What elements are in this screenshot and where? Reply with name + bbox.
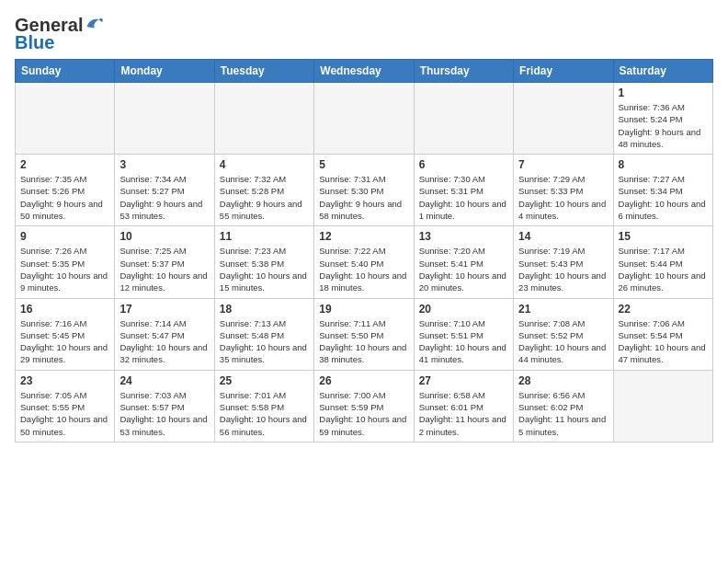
day-info: Sunrise: 7:11 AMSunset: 5:50 PMDaylight:… (319, 317, 408, 366)
day-info: Sunrise: 7:32 AMSunset: 5:28 PMDaylight:… (220, 173, 309, 222)
day-number: 25 (220, 374, 309, 387)
weekday-header: Saturday (613, 60, 712, 83)
day-info: Sunrise: 7:22 AMSunset: 5:40 PMDaylight:… (319, 245, 408, 293)
day-info: Sunrise: 7:01 AMSunset: 5:58 PMDaylight:… (220, 389, 309, 438)
day-info: Sunrise: 7:00 AMSunset: 5:59 PMDaylight:… (319, 389, 408, 438)
day-number: 17 (119, 303, 209, 316)
day-number: 5 (319, 158, 408, 171)
day-info: Sunrise: 7:16 AMSunset: 5:45 PMDaylight:… (20, 317, 109, 366)
calendar-day-cell: 14Sunrise: 7:19 AMSunset: 5:43 PMDayligh… (514, 226, 613, 298)
day-number: 9 (20, 230, 109, 243)
calendar-day-cell: 10Sunrise: 7:25 AMSunset: 5:37 PMDayligh… (115, 226, 214, 298)
calendar-week-row: 2Sunrise: 7:35 AMSunset: 5:26 PMDaylight… (16, 155, 713, 226)
day-info: Sunrise: 7:17 AMSunset: 5:44 PMDaylight:… (619, 245, 708, 293)
calendar-day-cell (16, 83, 115, 155)
day-info: Sunrise: 7:26 AMSunset: 5:35 PMDaylight:… (20, 245, 109, 293)
day-info: Sunrise: 7:14 AMSunset: 5:47 PMDaylight:… (119, 317, 209, 366)
day-info: Sunrise: 7:05 AMSunset: 5:55 PMDaylight:… (20, 389, 109, 438)
day-number: 26 (319, 374, 408, 387)
day-info: Sunrise: 7:36 AMSunset: 5:24 PMDaylight:… (619, 101, 708, 150)
day-number: 19 (319, 303, 408, 316)
calendar-day-cell: 18Sunrise: 7:13 AMSunset: 5:48 PMDayligh… (214, 298, 313, 370)
day-number: 11 (220, 230, 309, 243)
calendar-day-cell (314, 83, 414, 155)
calendar-day-cell: 19Sunrise: 7:11 AMSunset: 5:50 PMDayligh… (314, 298, 414, 370)
calendar-day-cell: 24Sunrise: 7:03 AMSunset: 5:57 PMDayligh… (115, 370, 214, 442)
day-number: 27 (419, 374, 508, 387)
day-number: 8 (619, 158, 708, 171)
logo-blue-text: Blue (15, 32, 54, 53)
header: General Blue (15, 15, 713, 53)
day-info: Sunrise: 6:58 AMSunset: 6:01 PMDaylight:… (419, 389, 508, 438)
calendar-day-cell: 7Sunrise: 7:29 AMSunset: 5:33 PMDaylight… (514, 155, 613, 226)
calendar-day-cell: 8Sunrise: 7:27 AMSunset: 5:34 PMDaylight… (613, 155, 712, 226)
calendar-day-cell: 4Sunrise: 7:32 AMSunset: 5:28 PMDaylight… (214, 155, 313, 226)
calendar-day-cell: 20Sunrise: 7:10 AMSunset: 5:51 PMDayligh… (414, 298, 513, 370)
day-number: 21 (518, 303, 608, 316)
calendar-day-cell: 25Sunrise: 7:01 AMSunset: 5:58 PMDayligh… (214, 370, 313, 442)
day-number: 23 (20, 374, 109, 387)
calendar-day-cell: 13Sunrise: 7:20 AMSunset: 5:41 PMDayligh… (414, 226, 513, 298)
calendar-day-cell: 17Sunrise: 7:14 AMSunset: 5:47 PMDayligh… (115, 298, 214, 370)
calendar-header-row: SundayMondayTuesdayWednesdayThursdayFrid… (16, 60, 713, 83)
day-number: 18 (220, 303, 309, 316)
day-number: 6 (419, 158, 508, 171)
logo-area: General Blue (15, 15, 104, 53)
day-info: Sunrise: 7:20 AMSunset: 5:41 PMDaylight:… (419, 245, 508, 293)
day-number: 1 (619, 86, 708, 99)
day-number: 22 (619, 303, 708, 316)
calendar-day-cell: 3Sunrise: 7:34 AMSunset: 5:27 PMDaylight… (115, 155, 214, 226)
calendar-day-cell: 1Sunrise: 7:36 AMSunset: 5:24 PMDaylight… (613, 83, 712, 155)
calendar-day-cell (613, 370, 712, 442)
calendar-day-cell: 15Sunrise: 7:17 AMSunset: 5:44 PMDayligh… (613, 226, 712, 298)
day-info: Sunrise: 7:08 AMSunset: 5:52 PMDaylight:… (518, 317, 608, 366)
calendar-day-cell: 2Sunrise: 7:35 AMSunset: 5:26 PMDaylight… (16, 155, 115, 226)
calendar-day-cell (514, 83, 613, 155)
day-info: Sunrise: 7:29 AMSunset: 5:33 PMDaylight:… (518, 173, 608, 222)
day-info: Sunrise: 7:23 AMSunset: 5:38 PMDaylight:… (220, 245, 309, 293)
day-number: 24 (119, 374, 209, 387)
day-number: 15 (619, 230, 708, 243)
calendar-day-cell (115, 83, 214, 155)
calendar-day-cell: 28Sunrise: 6:56 AMSunset: 6:02 PMDayligh… (514, 370, 613, 442)
day-info: Sunrise: 7:34 AMSunset: 5:27 PMDaylight:… (119, 173, 209, 222)
calendar-week-row: 9Sunrise: 7:26 AMSunset: 5:35 PMDaylight… (16, 226, 713, 298)
day-info: Sunrise: 7:27 AMSunset: 5:34 PMDaylight:… (619, 173, 708, 222)
logo-bird-icon (84, 13, 104, 33)
day-info: Sunrise: 7:19 AMSunset: 5:43 PMDaylight:… (518, 245, 608, 293)
calendar-day-cell: 6Sunrise: 7:30 AMSunset: 5:31 PMDaylight… (414, 155, 513, 226)
calendar-day-cell: 16Sunrise: 7:16 AMSunset: 5:45 PMDayligh… (16, 298, 115, 370)
calendar-day-cell: 12Sunrise: 7:22 AMSunset: 5:40 PMDayligh… (314, 226, 414, 298)
calendar-day-cell: 23Sunrise: 7:05 AMSunset: 5:55 PMDayligh… (16, 370, 115, 442)
weekday-header: Friday (514, 60, 613, 83)
calendar-day-cell: 27Sunrise: 6:58 AMSunset: 6:01 PMDayligh… (414, 370, 513, 442)
calendar-day-cell: 21Sunrise: 7:08 AMSunset: 5:52 PMDayligh… (514, 298, 613, 370)
day-number: 2 (20, 158, 109, 171)
calendar-day-cell: 5Sunrise: 7:31 AMSunset: 5:30 PMDaylight… (314, 155, 414, 226)
day-info: Sunrise: 7:31 AMSunset: 5:30 PMDaylight:… (319, 173, 408, 222)
day-info: Sunrise: 7:35 AMSunset: 5:26 PMDaylight:… (20, 173, 109, 222)
weekday-header: Wednesday (314, 60, 414, 83)
day-info: Sunrise: 6:56 AMSunset: 6:02 PMDaylight:… (518, 389, 608, 438)
day-info: Sunrise: 7:30 AMSunset: 5:31 PMDaylight:… (419, 173, 508, 222)
calendar-day-cell: 26Sunrise: 7:00 AMSunset: 5:59 PMDayligh… (314, 370, 414, 442)
calendar: SundayMondayTuesdayWednesdayThursdayFrid… (15, 59, 713, 442)
calendar-week-row: 1Sunrise: 7:36 AMSunset: 5:24 PMDaylight… (16, 83, 713, 155)
calendar-day-cell (214, 83, 313, 155)
calendar-day-cell: 11Sunrise: 7:23 AMSunset: 5:38 PMDayligh… (214, 226, 313, 298)
day-info: Sunrise: 7:25 AMSunset: 5:37 PMDaylight:… (119, 245, 209, 293)
weekday-header: Tuesday (214, 60, 313, 83)
day-number: 7 (518, 158, 608, 171)
day-number: 28 (518, 374, 608, 387)
weekday-header: Sunday (16, 60, 115, 83)
calendar-week-row: 23Sunrise: 7:05 AMSunset: 5:55 PMDayligh… (16, 370, 713, 442)
weekday-header: Monday (115, 60, 214, 83)
calendar-day-cell: 22Sunrise: 7:06 AMSunset: 5:54 PMDayligh… (613, 298, 712, 370)
day-info: Sunrise: 7:06 AMSunset: 5:54 PMDaylight:… (619, 317, 708, 366)
day-number: 10 (119, 230, 209, 243)
day-info: Sunrise: 7:10 AMSunset: 5:51 PMDaylight:… (419, 317, 508, 366)
day-number: 16 (20, 303, 109, 316)
day-number: 12 (319, 230, 408, 243)
weekday-header: Thursday (414, 60, 513, 83)
day-number: 20 (419, 303, 508, 316)
